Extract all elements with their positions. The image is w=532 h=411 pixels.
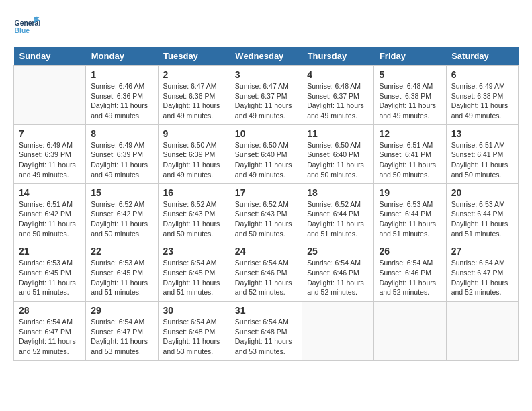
- sunrise-text: Sunrise: 6:54 AM: [235, 258, 297, 268]
- sunrise-text: Sunrise: 6:52 AM: [91, 199, 152, 210]
- daylight-text: Daylight: 11 hours and 51 minutes.: [163, 278, 225, 298]
- sunset-text: Sunset: 6:38 PM: [451, 91, 513, 101]
- header-row: SundayMondayTuesdayWednesdayThursdayFrid…: [14, 47, 519, 66]
- day-info: Sunrise: 6:54 AMSunset: 6:47 PMDaylight:…: [91, 317, 152, 357]
- calendar-cell: [446, 302, 518, 361]
- day-info: Sunrise: 6:51 AMSunset: 6:41 PMDaylight:…: [451, 140, 513, 180]
- day-number: 24: [235, 246, 297, 257]
- calendar-cell: 27Sunrise: 6:54 AMSunset: 6:47 PMDayligh…: [446, 242, 518, 302]
- day-number: 5: [379, 69, 441, 80]
- sunrise-text: Sunrise: 6:53 AM: [19, 258, 81, 268]
- daylight-text: Daylight: 11 hours and 52 minutes.: [379, 278, 441, 298]
- sunrise-text: Sunrise: 6:50 AM: [163, 140, 225, 150]
- calendar-cell: 26Sunrise: 6:54 AMSunset: 6:46 PMDayligh…: [374, 242, 446, 302]
- sunset-text: Sunset: 6:41 PM: [451, 150, 513, 160]
- day-number: 31: [235, 305, 297, 316]
- day-info: Sunrise: 6:52 AMSunset: 6:44 PMDaylight:…: [307, 199, 369, 239]
- day-number: 9: [163, 128, 225, 139]
- daylight-text: Daylight: 11 hours and 49 minutes.: [451, 101, 513, 120]
- day-number: 10: [235, 128, 297, 139]
- day-info: Sunrise: 6:54 AMSunset: 6:46 PMDaylight:…: [235, 258, 297, 298]
- week-row-4: 21Sunrise: 6:53 AMSunset: 6:45 PMDayligh…: [14, 242, 519, 302]
- day-header-monday: Monday: [86, 47, 158, 66]
- calendar-cell: 14Sunrise: 6:51 AMSunset: 6:42 PMDayligh…: [14, 183, 86, 242]
- day-number: 13: [451, 128, 513, 139]
- day-info: Sunrise: 6:49 AMSunset: 6:38 PMDaylight:…: [451, 81, 513, 121]
- day-info: Sunrise: 6:47 AMSunset: 6:36 PMDaylight:…: [163, 81, 225, 121]
- day-info: Sunrise: 6:46 AMSunset: 6:36 PMDaylight:…: [91, 81, 152, 121]
- calendar-cell: 3Sunrise: 6:47 AMSunset: 6:37 PMDaylight…: [230, 66, 302, 125]
- day-info: Sunrise: 6:51 AMSunset: 6:41 PMDaylight:…: [379, 140, 441, 180]
- day-number: 1: [91, 69, 152, 80]
- sunset-text: Sunset: 6:37 PM: [307, 91, 369, 101]
- day-info: Sunrise: 6:53 AMSunset: 6:44 PMDaylight:…: [451, 199, 513, 239]
- day-number: 6: [451, 69, 513, 80]
- day-number: 29: [91, 305, 152, 316]
- day-info: Sunrise: 6:52 AMSunset: 6:43 PMDaylight:…: [235, 199, 297, 239]
- sunrise-text: Sunrise: 6:54 AM: [163, 317, 225, 327]
- day-info: Sunrise: 6:54 AMSunset: 6:48 PMDaylight:…: [163, 317, 225, 357]
- sunrise-text: Sunrise: 6:48 AM: [379, 81, 441, 91]
- daylight-text: Daylight: 11 hours and 49 minutes.: [19, 160, 81, 179]
- day-number: 28: [19, 305, 81, 316]
- calendar-cell: 25Sunrise: 6:54 AMSunset: 6:46 PMDayligh…: [302, 242, 374, 302]
- day-info: Sunrise: 6:54 AMSunset: 6:46 PMDaylight:…: [307, 258, 369, 298]
- daylight-text: Daylight: 11 hours and 52 minutes.: [307, 278, 369, 298]
- day-number: 25: [307, 246, 369, 257]
- sunrise-text: Sunrise: 6:54 AM: [91, 317, 152, 327]
- day-number: 19: [379, 187, 441, 198]
- calendar-cell: 28Sunrise: 6:54 AMSunset: 6:47 PMDayligh…: [14, 302, 86, 361]
- logo-icon: General Blue: [13, 13, 40, 40]
- sunset-text: Sunset: 6:37 PM: [235, 91, 297, 101]
- day-number: 3: [235, 69, 297, 80]
- calendar-table: SundayMondayTuesdayWednesdayThursdayFrid…: [13, 47, 519, 361]
- daylight-text: Daylight: 11 hours and 49 minutes.: [235, 101, 297, 120]
- calendar-cell: 23Sunrise: 6:54 AMSunset: 6:45 PMDayligh…: [158, 242, 230, 302]
- daylight-text: Daylight: 11 hours and 49 minutes.: [163, 101, 225, 120]
- sunrise-text: Sunrise: 6:54 AM: [235, 317, 297, 327]
- calendar-cell: 10Sunrise: 6:50 AMSunset: 6:40 PMDayligh…: [230, 124, 302, 183]
- day-number: 16: [163, 187, 225, 198]
- sunset-text: Sunset: 6:39 PM: [19, 150, 81, 160]
- day-number: 2: [163, 69, 225, 80]
- daylight-text: Daylight: 11 hours and 52 minutes.: [235, 278, 297, 298]
- calendar-cell: [302, 302, 374, 361]
- daylight-text: Daylight: 11 hours and 53 minutes.: [91, 336, 152, 356]
- calendar-cell: 24Sunrise: 6:54 AMSunset: 6:46 PMDayligh…: [230, 242, 302, 302]
- sunrise-text: Sunrise: 6:50 AM: [235, 140, 297, 150]
- daylight-text: Daylight: 11 hours and 51 minutes.: [451, 219, 513, 238]
- calendar-cell: [14, 66, 86, 125]
- day-number: 27: [451, 246, 513, 257]
- sunset-text: Sunset: 6:44 PM: [307, 209, 369, 219]
- week-row-3: 14Sunrise: 6:51 AMSunset: 6:42 PMDayligh…: [14, 183, 519, 242]
- day-number: 8: [91, 128, 152, 139]
- day-number: 15: [91, 187, 152, 198]
- sunrise-text: Sunrise: 6:54 AM: [379, 258, 441, 268]
- calendar-cell: 20Sunrise: 6:53 AMSunset: 6:44 PMDayligh…: [446, 183, 518, 242]
- day-info: Sunrise: 6:50 AMSunset: 6:40 PMDaylight:…: [307, 140, 369, 180]
- sunset-text: Sunset: 6:44 PM: [379, 209, 441, 219]
- day-header-saturday: Saturday: [446, 47, 518, 66]
- sunrise-text: Sunrise: 6:49 AM: [19, 140, 81, 150]
- day-info: Sunrise: 6:54 AMSunset: 6:48 PMDaylight:…: [235, 317, 297, 357]
- day-info: Sunrise: 6:52 AMSunset: 6:42 PMDaylight:…: [91, 199, 152, 239]
- daylight-text: Daylight: 11 hours and 49 minutes.: [307, 101, 369, 120]
- day-info: Sunrise: 6:53 AMSunset: 6:45 PMDaylight:…: [91, 258, 152, 298]
- calendar-cell: 16Sunrise: 6:52 AMSunset: 6:43 PMDayligh…: [158, 183, 230, 242]
- page-header: General Blue: [13, 13, 519, 40]
- sunset-text: Sunset: 6:47 PM: [451, 268, 513, 278]
- svg-text:Blue: Blue: [15, 27, 30, 34]
- day-info: Sunrise: 6:54 AMSunset: 6:46 PMDaylight:…: [379, 258, 441, 298]
- calendar-cell: 2Sunrise: 6:47 AMSunset: 6:36 PMDaylight…: [158, 66, 230, 125]
- day-header-friday: Friday: [374, 47, 446, 66]
- calendar-cell: [374, 302, 446, 361]
- sunset-text: Sunset: 6:44 PM: [451, 209, 513, 219]
- daylight-text: Daylight: 11 hours and 53 minutes.: [163, 336, 225, 356]
- week-row-1: 1Sunrise: 6:46 AMSunset: 6:36 PMDaylight…: [14, 66, 519, 125]
- week-row-5: 28Sunrise: 6:54 AMSunset: 6:47 PMDayligh…: [14, 302, 519, 361]
- day-number: 14: [19, 187, 81, 198]
- daylight-text: Daylight: 11 hours and 52 minutes.: [19, 336, 81, 356]
- daylight-text: Daylight: 11 hours and 50 minutes.: [307, 160, 369, 179]
- daylight-text: Daylight: 11 hours and 52 minutes.: [451, 278, 513, 298]
- sunset-text: Sunset: 6:40 PM: [235, 150, 297, 160]
